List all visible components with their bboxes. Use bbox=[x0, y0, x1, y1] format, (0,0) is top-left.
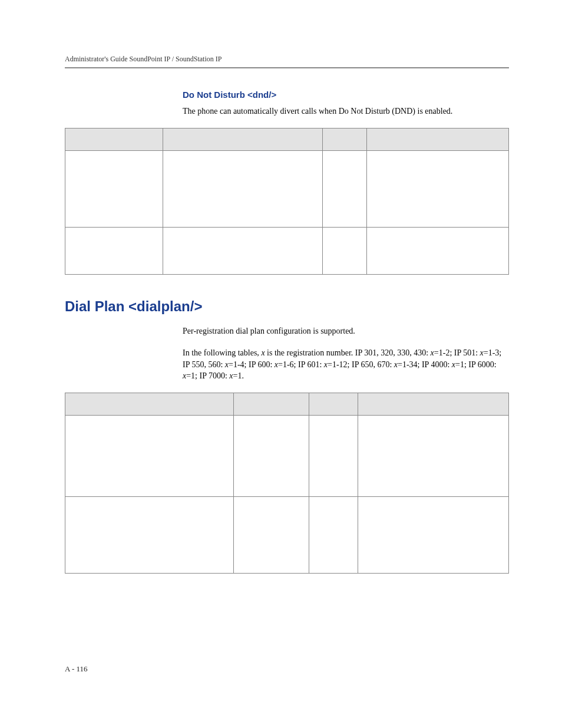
dnd-r1c2 bbox=[163, 150, 322, 227]
dialplan-attribute-table bbox=[65, 393, 509, 574]
dnd-r2c2 bbox=[163, 227, 322, 274]
dp-th-4 bbox=[358, 393, 508, 415]
dp-r1c3 bbox=[309, 415, 358, 496]
dp-r2c4 bbox=[358, 496, 508, 573]
dnd-th-1 bbox=[65, 128, 163, 150]
dp-r2c2 bbox=[234, 496, 309, 573]
running-header: Administrator's Guide SoundPoint IP / So… bbox=[65, 55, 509, 64]
dnd-r2c1 bbox=[65, 227, 163, 274]
dnd-r1c1 bbox=[65, 150, 163, 227]
dnd-th-2 bbox=[163, 128, 322, 150]
dnd-r2c4 bbox=[367, 227, 509, 274]
header-rule bbox=[65, 67, 509, 68]
page-number: A - 116 bbox=[65, 664, 88, 674]
dialplan-note: In the following tables, x is the regist… bbox=[183, 347, 509, 382]
dnd-r1c4 bbox=[367, 150, 509, 227]
dp-th-2 bbox=[234, 393, 309, 415]
dnd-attribute-table bbox=[65, 128, 509, 275]
dnd-th-3 bbox=[322, 128, 366, 150]
dnd-intro: The phone can automatically divert calls… bbox=[183, 106, 509, 117]
dnd-r2c3 bbox=[322, 227, 366, 274]
dp-th-3 bbox=[309, 393, 358, 415]
dp-r2c3 bbox=[309, 496, 358, 573]
dp-r1c2 bbox=[234, 415, 309, 496]
dnd-th-4 bbox=[367, 128, 509, 150]
dp-r1c1 bbox=[65, 415, 234, 496]
dnd-subtitle: Do Not Disturb <dnd/> bbox=[183, 90, 509, 100]
dp-r1c4 bbox=[358, 415, 508, 496]
dnd-r1c3 bbox=[322, 150, 366, 227]
dialplan-intro: Per-registration dial plan configuration… bbox=[183, 325, 509, 337]
dp-r2c1 bbox=[65, 496, 234, 573]
dialplan-title: Dial Plan <dialplan/> bbox=[65, 298, 509, 315]
dp-th-1 bbox=[65, 393, 234, 415]
